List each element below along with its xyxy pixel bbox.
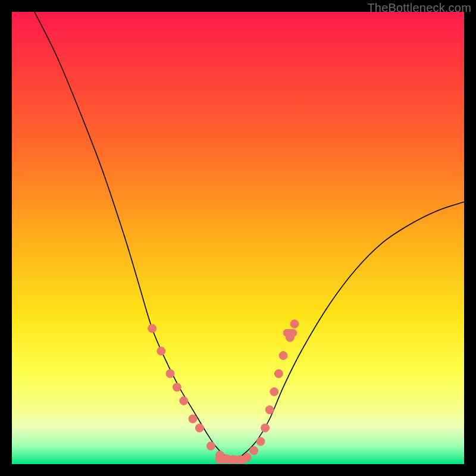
data-marker	[250, 446, 258, 455]
data-marker	[265, 406, 274, 414]
chart-svg	[12, 12, 464, 464]
data-marker	[157, 347, 165, 355]
plot-area	[12, 12, 464, 464]
data-marker	[256, 437, 265, 446]
data-marker	[180, 397, 188, 405]
data-marker	[270, 387, 278, 396]
marker-group	[148, 320, 299, 464]
outer-frame: TheBottleneck.com	[0, 0, 476, 476]
data-marker	[279, 352, 287, 360]
bottleneck-curve	[35, 12, 464, 459]
data-marker	[274, 369, 283, 378]
data-marker	[206, 442, 215, 450]
data-marker	[195, 424, 203, 432]
watermark-text: TheBottleneck.com	[367, 1, 471, 15]
data-marker	[290, 320, 299, 328]
data-marker	[148, 324, 156, 333]
data-marker	[166, 369, 174, 378]
data-marker	[261, 424, 270, 432]
data-marker-bar	[215, 456, 247, 463]
data-marker	[189, 415, 197, 423]
data-marker-bar	[283, 330, 297, 337]
data-marker	[173, 383, 181, 392]
